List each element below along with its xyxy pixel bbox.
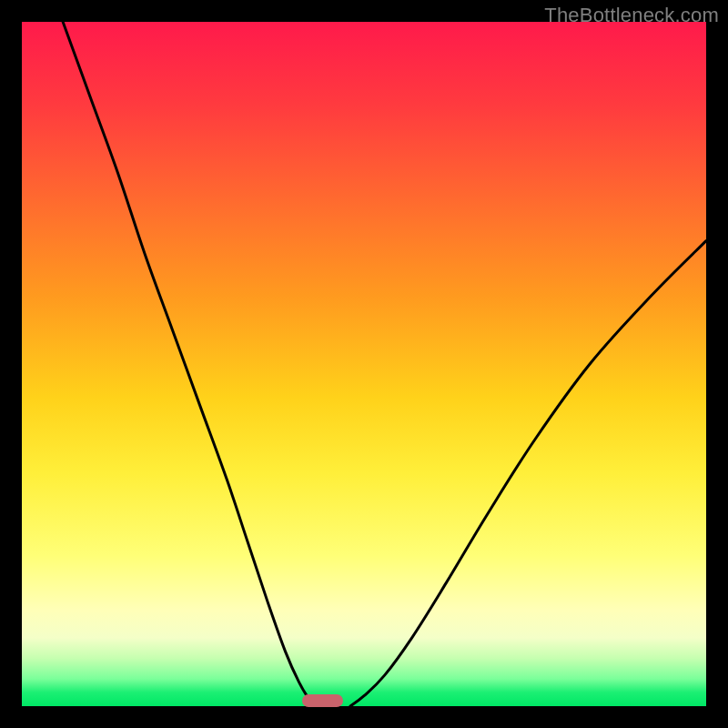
- bottleneck-marker: [302, 694, 343, 707]
- chart-frame: TheBottleneck.com: [0, 0, 728, 728]
- curve-layer: [22, 22, 706, 706]
- right-curve: [350, 241, 706, 706]
- plot-area: [22, 22, 706, 706]
- left-curve: [63, 22, 316, 706]
